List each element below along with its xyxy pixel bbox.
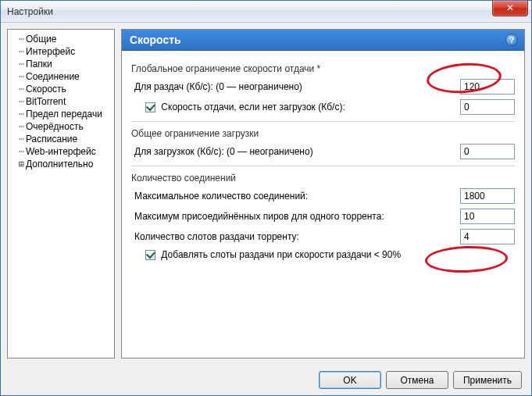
max-connections-label: Максимальное количество соединений: — [131, 191, 460, 202]
upload-rate-input[interactable] — [460, 79, 515, 95]
upload-slots-input[interactable] — [460, 229, 515, 244]
sidebar-label: Папки — [26, 59, 52, 70]
extra-slots-checkbox[interactable] — [145, 250, 155, 260]
ok-button[interactable]: OK — [319, 371, 381, 389]
cancel-button[interactable]: Отмена — [386, 371, 448, 389]
tree-dots: ⋯ — [12, 134, 23, 144]
tree-dots: ⋯ — [12, 84, 23, 95]
max-peers-input[interactable] — [460, 209, 515, 224]
alt-upload-input[interactable] — [460, 99, 515, 115]
section-download-title: Общее ограничение загрузки — [131, 128, 515, 139]
main-panel: Скорость ? Глобальное ограничение скорос… — [121, 29, 525, 359]
sidebar-label: Интерфейс — [26, 46, 75, 57]
tree-dots: ⋯ — [12, 34, 23, 45]
sidebar-label: Предел передачи — [26, 109, 102, 120]
tree-dots: ⋯ — [12, 46, 23, 57]
sidebar-item-schedule[interactable]: ⋯Расписание — [9, 133, 112, 145]
apply-button[interactable]: Применить — [453, 371, 522, 389]
close-button[interactable]: ✕ — [492, 1, 528, 16]
download-rate-input[interactable] — [460, 144, 515, 159]
tree-dots: ⋯ — [12, 109, 23, 120]
tree-dots: ⋯ — [12, 121, 23, 132]
titlebar: Настройки ✕ — [1, 1, 531, 23]
max-connections-input[interactable] — [460, 188, 515, 204]
tree-dots: ⋯ — [12, 71, 23, 82]
sidebar-item-connection[interactable]: ⋯Соединение — [9, 70, 112, 83]
sidebar-label: Расписание — [26, 134, 77, 144]
sidebar-item-folders[interactable]: ⋯Папки — [9, 58, 112, 70]
sidebar-label: Соединение — [26, 71, 80, 82]
alt-upload-text: Скорость отдачи, если нет загрузок (Кб/с… — [161, 102, 345, 112]
close-icon: ✕ — [506, 2, 514, 13]
help-icon[interactable]: ? — [505, 34, 518, 46]
section-upload-title: Глобальное ограничение скорости отдачи * — [131, 63, 515, 74]
sidebar-item-bittorrent[interactable]: ⋯BitTorrent — [9, 95, 112, 108]
alt-upload-label: Скорость отдачи, если нет загрузок (Кб/с… — [131, 102, 460, 112]
panel-header: Скорость ? — [122, 30, 524, 51]
content-area: ⋯Общие ⋯Интерфейс ⋯Папки ⋯Соединение ⋯Ск… — [1, 23, 531, 365]
sidebar-item-transfercap[interactable]: ⋯Предел передачи — [9, 108, 112, 120]
section-connections-title: Количество соединений — [131, 173, 515, 184]
divider — [131, 166, 515, 166]
window-title: Настройки — [7, 6, 53, 17]
panel-body: Глобальное ограничение скорости отдачи *… — [122, 51, 524, 358]
tree-dots: ⋯ — [12, 146, 23, 157]
tree-dots: ⋯ — [12, 59, 23, 70]
settings-window: Настройки ✕ ⋯Общие ⋯Интерфейс ⋯Папки ⋯Со… — [0, 0, 532, 396]
sidebar-label: Дополнительно — [26, 159, 93, 169]
extra-slots-label: Добавлять слоты раздачи при скорости раз… — [131, 249, 515, 260]
sidebar-label: Web-интерфейс — [26, 146, 96, 157]
dialog-buttons: OK Отмена Применить — [1, 365, 531, 395]
upload-slots-label: Количество слотов раздачи торренту: — [131, 231, 460, 242]
sidebar-label: Общие — [26, 34, 56, 45]
sidebar-label: Очерёдность — [26, 121, 84, 132]
sidebar-label: Скорость — [26, 84, 66, 95]
sidebar-item-general[interactable]: ⋯Общие — [9, 33, 112, 45]
sidebar-item-speed[interactable]: ⋯Скорость — [9, 83, 112, 95]
divider — [131, 121, 515, 122]
tree-dots: ⋯ — [12, 96, 23, 107]
download-rate-label: Для загрузкок (Кб/с): (0 — неограничено) — [131, 146, 460, 157]
sidebar-item-advanced[interactable]: Дополнительно — [9, 158, 112, 170]
sidebar-item-interface[interactable]: ⋯Интерфейс — [9, 45, 112, 58]
sidebar-item-queue[interactable]: ⋯Очерёдность — [9, 120, 112, 133]
extra-slots-text: Добавлять слоты раздачи при скорости раз… — [161, 249, 401, 260]
alt-upload-checkbox[interactable] — [145, 102, 155, 112]
panel-title: Скорость — [130, 34, 181, 46]
max-peers-label: Максимум присоедийнённых пиров для одног… — [131, 211, 460, 222]
sidebar: ⋯Общие ⋯Интерфейс ⋯Папки ⋯Соединение ⋯Ск… — [7, 29, 115, 359]
sidebar-label: BitTorrent — [26, 96, 66, 107]
upload-rate-label: Для раздач (Кб/с): (0 — неограничено) — [131, 81, 460, 92]
sidebar-item-webui[interactable]: ⋯Web-интерфейс — [9, 145, 112, 158]
expand-icon[interactable] — [12, 159, 23, 169]
